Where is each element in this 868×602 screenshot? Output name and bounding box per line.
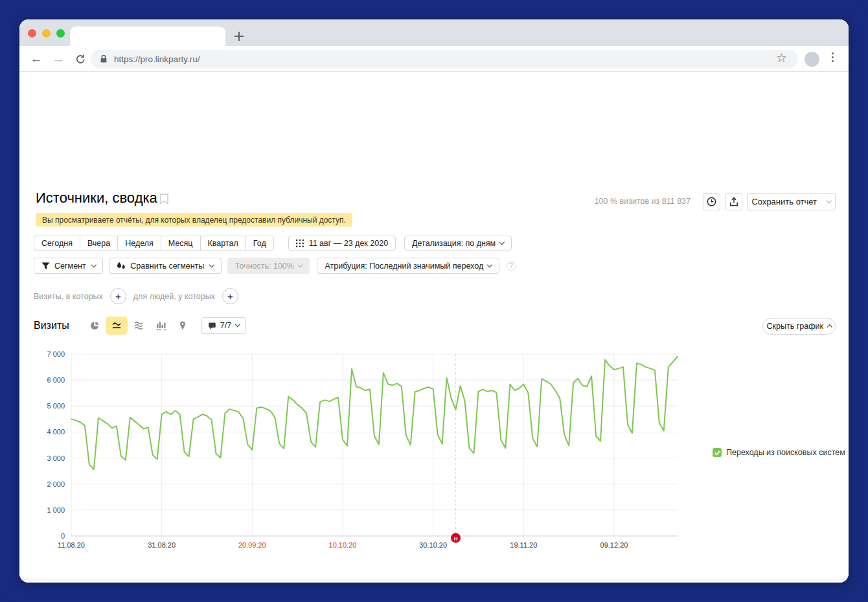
- comments-count: 7/7: [220, 321, 231, 330]
- add-visit-condition-button[interactable]: +: [110, 288, 126, 304]
- comments-dropdown[interactable]: 7/7: [201, 317, 246, 334]
- segment-label: Сегмент: [54, 262, 86, 271]
- for-people-label: для людей, у которых: [133, 292, 215, 301]
- svg-text:20.09.20: 20.09.20: [238, 541, 266, 549]
- accuracy-label: Точность: 100%: [235, 262, 294, 271]
- compare-segments-dropdown[interactable]: Сравнить сегменты: [109, 258, 222, 274]
- help-icon[interactable]: ?: [507, 261, 516, 271]
- svg-text:2 000: 2 000: [47, 480, 65, 488]
- attribution-label: Атрибуция: Последний значимый переход: [325, 262, 483, 271]
- stacked-area-icon[interactable]: [128, 317, 150, 335]
- period-quarter-button[interactable]: Квартал: [200, 236, 246, 251]
- period-week-button[interactable]: Неделя: [117, 236, 161, 251]
- minimize-window-button[interactable]: [42, 29, 51, 38]
- svg-text:19.11.20: 19.11.20: [510, 541, 537, 549]
- hide-chart-button[interactable]: Скрыть график: [762, 318, 836, 335]
- chevron-up-icon: [827, 325, 832, 330]
- public-access-banner: Вы просматриваете отчёты, для которых вл…: [36, 213, 352, 227]
- segment-dropdown[interactable]: Сегмент: [34, 258, 103, 274]
- desktop-background: ← → https://pro.linkparty.ru/ ☆ Источник…: [0, 0, 868, 602]
- drops-icon: [117, 262, 126, 270]
- chevron-down-icon: [487, 262, 492, 267]
- save-report-button[interactable]: Сохранить отчет: [747, 193, 836, 210]
- calendar-grid-icon: [296, 240, 304, 247]
- map-pin-icon[interactable]: [172, 317, 194, 335]
- visits-in-which-label: Визиты, в которых: [34, 292, 103, 301]
- url-bar[interactable]: https://pro.linkparty.ru/: [91, 50, 798, 68]
- browser-toolbar: ← → https://pro.linkparty.ru/ ☆: [19, 46, 849, 72]
- save-report-label: Сохранить отчет: [751, 197, 817, 206]
- legend-checkbox-checked[interactable]: [713, 448, 722, 457]
- forward-icon[interactable]: →: [51, 51, 66, 67]
- chevron-down-icon: [298, 262, 303, 267]
- date-range-label: 11 авг — 23 дек 2020: [309, 239, 388, 248]
- bookmark-star-icon[interactable]: ☆: [776, 50, 787, 65]
- svg-text:6 000: 6 000: [47, 376, 65, 384]
- page-content: Источники, сводка 100 % визитов из 811 8…: [19, 72, 849, 583]
- svg-text:10.10.20: 10.10.20: [329, 541, 357, 549]
- section-divider: [19, 579, 849, 580]
- chevron-down-icon: [827, 198, 832, 203]
- period-month-button[interactable]: Месяц: [161, 236, 201, 251]
- legend-item-search-engines[interactable]: Переходы из поисковых систем: [713, 448, 845, 457]
- avatar[interactable]: [805, 52, 819, 67]
- tab-strip: [19, 19, 849, 46]
- metric-label: Визиты: [34, 320, 69, 331]
- chevron-down-icon: [235, 322, 240, 327]
- accuracy-dropdown[interactable]: Точность: 100%: [227, 258, 310, 274]
- check-icon: [714, 449, 721, 456]
- page-title: Источники, сводка: [36, 190, 157, 206]
- maximize-window-button[interactable]: [56, 29, 65, 38]
- add-people-condition-button[interactable]: +: [222, 288, 238, 304]
- chevron-down-icon: [91, 262, 97, 267]
- hide-chart-label: Скрыть график: [767, 322, 823, 331]
- svg-text:7 000: 7 000: [47, 350, 65, 358]
- svg-text:11.08.20: 11.08.20: [58, 541, 85, 549]
- svg-text:Н: Н: [454, 536, 458, 542]
- conditions-row: Визиты, в которых + для людей, у которых…: [34, 288, 238, 304]
- period-year-button[interactable]: Год: [246, 236, 274, 251]
- compare-segments-label: Сравнить сегменты: [130, 262, 204, 271]
- svg-text:4 000: 4 000: [47, 428, 65, 436]
- svg-text:0: 0: [61, 532, 65, 540]
- detail-dropdown[interactable]: Детализация: по дням: [404, 236, 512, 251]
- lock-icon: [100, 54, 108, 63]
- browser-tab[interactable]: [70, 27, 225, 46]
- export-button[interactable]: [725, 193, 742, 210]
- attribution-dropdown[interactable]: Атрибуция: Последний значимый переход: [317, 258, 499, 274]
- line-chart-icon[interactable]: [106, 317, 128, 335]
- chart-toolbar: Визиты 7/7: [34, 317, 246, 335]
- visits-line-chart[interactable]: 7 0006 0005 0004 0003 0002 0001 000011.0…: [26, 344, 693, 558]
- columns-chart-icon[interactable]: [150, 317, 172, 335]
- funnel-icon: [41, 262, 50, 270]
- segment-filter-row: Сегмент Сравнить сегменты Точность: 100%…: [34, 258, 516, 274]
- favorite-report-icon[interactable]: [160, 194, 168, 205]
- url-text: https://pro.linkparty.ru/: [114, 54, 200, 64]
- reload-icon[interactable]: [73, 51, 88, 67]
- comment-bubble-icon: [208, 322, 216, 330]
- date-range-button[interactable]: 11 авг — 23 дек 2020: [288, 236, 396, 251]
- legend-label: Переходы из поисковых систем: [726, 448, 845, 457]
- history-button[interactable]: [703, 193, 720, 210]
- browser-menu-icon[interactable]: [832, 52, 834, 62]
- svg-text:3 000: 3 000: [47, 454, 65, 462]
- period-today-button[interactable]: Сегодня: [34, 236, 80, 251]
- detail-label: Детализация: по дням: [412, 239, 496, 248]
- browser-window: ← → https://pro.linkparty.ru/ ☆ Источник…: [19, 19, 849, 583]
- svg-text:5 000: 5 000: [47, 402, 65, 410]
- svg-text:31.08.20: 31.08.20: [148, 541, 176, 549]
- chevron-down-icon: [209, 262, 214, 267]
- period-segmented-control: Сегодня Вчера Неделя Месяц Квартал Год: [34, 236, 274, 251]
- svg-text:1 000: 1 000: [47, 506, 65, 514]
- svg-text:09.12.20: 09.12.20: [600, 541, 628, 549]
- close-window-button[interactable]: [28, 29, 36, 38]
- visits-sample-summary: 100 % визитов из 811 837: [595, 197, 691, 206]
- svg-text:30.10.20: 30.10.20: [419, 541, 447, 549]
- chevron-down-icon: [499, 240, 505, 245]
- period-filter-row: Сегодня Вчера Неделя Месяц Квартал Год 1…: [34, 236, 512, 251]
- period-yesterday-button[interactable]: Вчера: [80, 236, 118, 251]
- new-tab-button[interactable]: [233, 30, 245, 42]
- back-icon[interactable]: ←: [29, 51, 44, 67]
- pie-chart-icon[interactable]: [84, 317, 106, 335]
